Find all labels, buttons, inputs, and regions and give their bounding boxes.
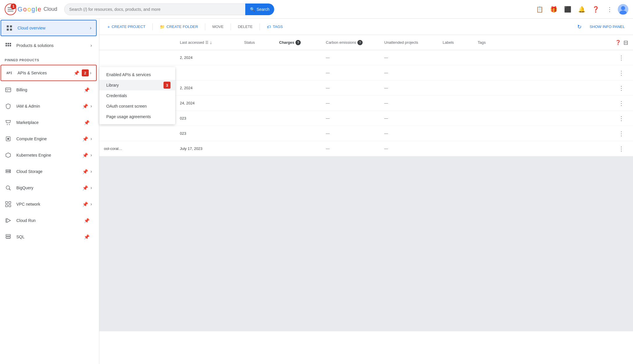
storage-icon bbox=[5, 168, 12, 175]
table-row: ool-coral… July 17, 2023 — — ⋮ bbox=[99, 141, 633, 156]
col-last-accessed-header[interactable]: Last accessed ☰ ↓ bbox=[180, 40, 244, 45]
dropdown-item-credentials[interactable]: Credentials bbox=[99, 90, 175, 101]
more-options-button[interactable]: ⋮ bbox=[604, 4, 615, 15]
sidebar-item-kubernetes-engine[interactable]: Kubernetes Engine 📌 › bbox=[0, 147, 97, 163]
show-info-panel-button[interactable]: SHOW INFO PANEL bbox=[586, 22, 628, 31]
columns-config-icon[interactable]: ⊟ bbox=[623, 39, 628, 46]
delete-button[interactable]: DELETE bbox=[234, 22, 256, 31]
kubernetes-icon bbox=[5, 152, 12, 159]
library-badge: 3 bbox=[164, 82, 171, 89]
sidebar-item-label: BigQuery bbox=[16, 186, 82, 190]
column-help-icon[interactable]: ❓ bbox=[615, 40, 621, 45]
sidebar-item-label: Kubernetes Engine bbox=[16, 153, 82, 158]
sidebar-item-products[interactable]: Products & solutions › bbox=[0, 37, 97, 54]
pin-icon: 📌 bbox=[82, 153, 88, 158]
pin-icon: 📌 bbox=[84, 87, 90, 93]
dropdown-item-enabled-apis[interactable]: Enabled APIs & services bbox=[99, 69, 175, 80]
charges-help-icon[interactable]: ? bbox=[295, 40, 301, 45]
empty-area bbox=[99, 156, 633, 331]
sidebar-item-billing[interactable]: Billing 📌 bbox=[0, 82, 97, 98]
toolbar-separator-4 bbox=[260, 23, 260, 30]
dropdown-item-oauth[interactable]: OAuth consent screen bbox=[99, 101, 175, 111]
sidebar-item-sql[interactable]: SQL 📌 bbox=[0, 229, 97, 245]
svg-rect-9 bbox=[10, 43, 11, 44]
svg-rect-33 bbox=[6, 235, 11, 236]
row-last-accessed: July 17, 2023 bbox=[180, 146, 244, 151]
search-button[interactable]: 🔍 Search bbox=[245, 4, 274, 15]
toolbar: + CREATE PROJECT 📁 CREATE FOLDER MOVE DE… bbox=[99, 19, 633, 35]
search-input[interactable] bbox=[69, 7, 245, 12]
create-folder-button[interactable]: 📁 CREATE FOLDER bbox=[156, 22, 201, 32]
sort-down-icon[interactable]: ↓ bbox=[210, 40, 212, 45]
sidebar-item-vpc-network[interactable]: VPC network 📌 › bbox=[0, 196, 97, 212]
refresh-button[interactable]: ↻ bbox=[575, 21, 584, 32]
svg-point-23 bbox=[10, 170, 10, 171]
avatar[interactable] bbox=[618, 4, 628, 15]
row-unattended: — bbox=[384, 71, 443, 75]
more-icon: ⋮ bbox=[607, 6, 613, 13]
row-menu-button[interactable]: ⋮ bbox=[614, 145, 628, 152]
svg-rect-5 bbox=[7, 29, 9, 31]
table-row: — — ⋮ bbox=[99, 65, 633, 80]
table-header: Last accessed ☰ ↓ Status Charges ? Carbo… bbox=[99, 35, 633, 50]
toolbar-separator bbox=[152, 23, 153, 30]
move-button[interactable]: MOVE bbox=[209, 22, 227, 31]
sidebar-item-iam-admin[interactable]: IAM & Admin 📌 › bbox=[0, 98, 97, 114]
gift-icon-button[interactable]: 🎁 bbox=[548, 4, 559, 15]
sidebar-item-cloud-storage[interactable]: Cloud Storage 📌 › bbox=[0, 163, 97, 180]
bell-icon: 🔔 bbox=[578, 6, 585, 13]
sidebar-item-apis-services[interactable]: API APIs & Services 📌 2 › bbox=[1, 65, 97, 81]
svg-rect-29 bbox=[6, 205, 8, 207]
tags-button[interactable]: 🏷 TAGS bbox=[263, 22, 286, 32]
menu-button[interactable]: 1 bbox=[5, 4, 16, 15]
shield-icon bbox=[5, 103, 12, 110]
sidebar-item-cloud-run[interactable]: Cloud Run 📌 bbox=[0, 212, 97, 229]
row-menu-button[interactable]: ⋮ bbox=[614, 130, 628, 137]
notifications-button[interactable]: 🔔 bbox=[576, 4, 587, 15]
folder-add-icon: 📁 bbox=[160, 24, 165, 29]
sidebar-item-label: Cloud Storage bbox=[16, 169, 82, 174]
chevron-right-icon: › bbox=[90, 70, 91, 76]
col-tags-header: Tags bbox=[478, 40, 513, 45]
api-icon: API bbox=[6, 69, 13, 76]
row-menu-button[interactable]: ⋮ bbox=[614, 85, 628, 92]
sidebar-item-compute-engine[interactable]: Compute Engine 📌 › bbox=[0, 131, 97, 147]
pin-icon: 📌 bbox=[82, 185, 88, 191]
google-logo: Google Cloud bbox=[18, 6, 57, 13]
row-carbon: — bbox=[326, 116, 384, 120]
row-unattended: — bbox=[384, 86, 443, 90]
pin-icon: 📌 bbox=[74, 70, 79, 76]
content-area: + CREATE PROJECT 📁 CREATE FOLDER MOVE DE… bbox=[99, 19, 633, 364]
filter-icon: ☰ bbox=[205, 41, 208, 45]
vpc-icon bbox=[5, 201, 12, 208]
help-button[interactable]: ❓ bbox=[590, 4, 601, 15]
search-bar: 🔍 Search bbox=[64, 4, 274, 15]
sql-icon bbox=[5, 233, 12, 240]
sidebar-item-cloud-overview[interactable]: Cloud overview › bbox=[1, 20, 97, 36]
carbon-help-icon[interactable]: ? bbox=[357, 40, 363, 45]
row-menu-button[interactable]: ⋮ bbox=[614, 115, 628, 122]
terminal-icon: ⬛ bbox=[564, 6, 571, 13]
create-project-button[interactable]: + CREATE PROJECT bbox=[104, 22, 149, 32]
row-menu-button[interactable]: ⋮ bbox=[614, 69, 628, 76]
svg-rect-30 bbox=[9, 205, 11, 207]
svg-point-25 bbox=[6, 186, 10, 189]
sidebar-item-label: Products & solutions bbox=[16, 43, 91, 48]
edit-icon-button[interactable]: 📋 bbox=[534, 4, 545, 15]
sidebar-item-marketplace[interactable]: Marketplace 📌 bbox=[0, 114, 97, 131]
row-carbon: — bbox=[326, 55, 384, 60]
compute-icon bbox=[5, 135, 12, 142]
dropdown-item-page-usage[interactable]: Page usage agreements bbox=[99, 111, 175, 122]
dropdown-item-library[interactable]: Library 3 bbox=[99, 80, 175, 90]
chevron-right-icon: › bbox=[91, 104, 92, 109]
grid-icon bbox=[5, 42, 12, 49]
apis-badge: 2 bbox=[82, 69, 89, 76]
svg-rect-7 bbox=[6, 43, 7, 44]
row-menu-button[interactable]: ⋮ bbox=[614, 54, 628, 61]
row-project-name[interactable]: ool-coral… bbox=[104, 146, 180, 151]
row-menu-button[interactable]: ⋮ bbox=[614, 100, 628, 107]
pin-icon: 📌 bbox=[82, 169, 88, 174]
sidebar-item-bigquery[interactable]: BigQuery 📌 › bbox=[0, 180, 97, 196]
terminal-icon-button[interactable]: ⬛ bbox=[562, 4, 573, 15]
svg-rect-28 bbox=[9, 202, 11, 204]
